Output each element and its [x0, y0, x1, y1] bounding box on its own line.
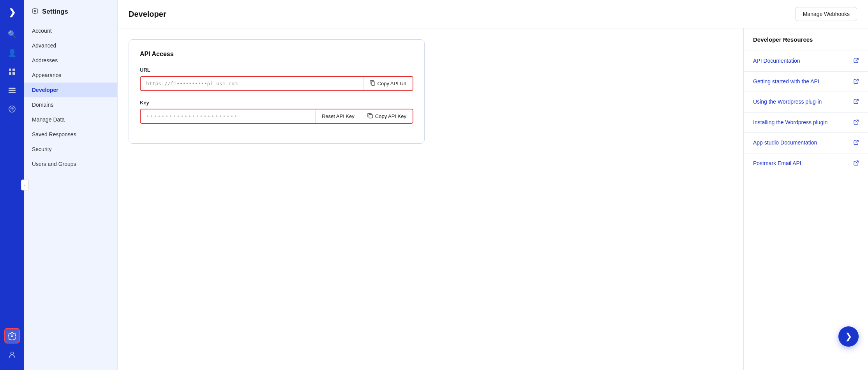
sidebar-item-developer[interactable]: Developer: [24, 83, 117, 97]
url-input[interactable]: [141, 77, 363, 90]
resource-item-app-studio[interactable]: App studio Documentation: [744, 133, 868, 153]
main-area: Developer Manage Webhooks API Access URL…: [118, 0, 868, 370]
sidebar-item-account[interactable]: Account: [24, 23, 117, 38]
svg-point-8: [11, 335, 13, 337]
sidebar-item-domains[interactable]: Domains: [24, 97, 117, 112]
external-link-icon-1: [854, 79, 859, 85]
page-title: Developer: [129, 10, 166, 19]
svg-rect-2: [9, 72, 11, 75]
resource-link-getting-started: Getting started with the API: [753, 78, 850, 86]
copy-key-icon: [367, 113, 373, 120]
api-access-card: API Access URL Copy API Url Key Reset AP…: [129, 39, 425, 144]
svg-point-9: [11, 352, 14, 355]
sidebar-item-addresses[interactable]: Addresses: [24, 53, 117, 68]
svg-point-10: [34, 10, 36, 12]
reset-api-key-button[interactable]: Reset API Key: [315, 110, 361, 123]
sidebar-header: Settings: [24, 8, 117, 23]
search-nav-icon[interactable]: 🔍: [4, 26, 20, 42]
url-label: URL: [140, 67, 413, 73]
main-header: Developer Manage Webhooks: [118, 0, 868, 28]
url-field-row: Copy API Url: [140, 76, 413, 91]
external-link-icon-3: [854, 120, 859, 126]
manage-webhooks-button[interactable]: Manage Webhooks: [796, 7, 857, 21]
nav-logo[interactable]: ❯: [4, 5, 20, 20]
key-field-row: Reset API Key Copy API Key: [140, 109, 413, 124]
svg-rect-6: [9, 92, 16, 93]
resource-link-app-studio: App studio Documentation: [753, 139, 850, 147]
external-link-icon-2: [854, 99, 859, 105]
api-access-title: API Access: [140, 51, 413, 58]
fab-icon: ❯: [845, 331, 852, 342]
resource-link-wordpress-plugin: Using the Wordpress plug-in: [753, 98, 850, 106]
nav-collapse-button[interactable]: ‹: [21, 180, 29, 190]
key-input[interactable]: [141, 109, 315, 123]
external-link-icon-5: [854, 160, 859, 167]
resource-item-wordpress-plugin[interactable]: Using the Wordpress plug-in: [744, 92, 868, 113]
resource-item-postmark[interactable]: Postmark Email API: [744, 153, 868, 174]
nav-bar: ❯ 🔍 👤 ‹: [0, 0, 24, 370]
sidebar-item-manage-data[interactable]: Manage Data: [24, 112, 117, 127]
svg-rect-12: [369, 115, 372, 118]
svg-rect-4: [9, 88, 16, 89]
settings-nav-icon[interactable]: [4, 328, 20, 344]
sidebar-item-advanced[interactable]: Advanced: [24, 38, 117, 53]
resource-link-installing-wp: Installing the Wordpress plugin: [753, 119, 850, 127]
sidebar-item-users-and-groups[interactable]: Users and Groups: [24, 157, 117, 171]
sidebar-item-appearance[interactable]: Appearance: [24, 68, 117, 83]
copy-url-icon: [370, 80, 375, 87]
external-link-icon-4: [854, 140, 859, 146]
resources-panel: Developer Resources API Documentation Ge…: [743, 28, 868, 370]
copy-api-key-button[interactable]: Copy API Key: [361, 109, 413, 123]
avatar-nav-icon[interactable]: [4, 347, 20, 362]
settings-sidebar: Settings Account Advanced Addresses Appe…: [24, 0, 118, 370]
sidebar-item-security[interactable]: Security: [24, 142, 117, 157]
settings-header-icon: [32, 8, 38, 16]
list-nav-icon[interactable]: [4, 83, 20, 98]
resource-item-installing-wp[interactable]: Installing the Wordpress plugin: [744, 113, 868, 133]
external-link-icon-0: [854, 58, 859, 64]
sidebar-item-saved-responses[interactable]: Saved Responses: [24, 127, 117, 142]
svg-rect-3: [12, 72, 15, 75]
resource-item-getting-started[interactable]: Getting started with the API: [744, 72, 868, 92]
resource-link-api-docs: API Documentation: [753, 57, 850, 65]
svg-rect-5: [9, 90, 16, 91]
table-nav-icon[interactable]: [4, 64, 20, 79]
main-body: API Access URL Copy API Url Key Reset AP…: [118, 28, 868, 370]
svg-rect-1: [12, 69, 15, 71]
resource-link-postmark: Postmark Email API: [753, 160, 850, 167]
main-content: API Access URL Copy API Url Key Reset AP…: [118, 28, 743, 370]
copy-url-button[interactable]: Copy API Url: [363, 77, 413, 90]
sidebar-title: Settings: [42, 8, 68, 16]
svg-rect-0: [9, 69, 11, 71]
resource-item-api-docs[interactable]: API Documentation: [744, 51, 868, 72]
fab-button[interactable]: ❯: [838, 326, 859, 347]
svg-rect-11: [371, 82, 375, 85]
upload-nav-icon[interactable]: [4, 101, 20, 117]
resources-title: Developer Resources: [744, 28, 868, 51]
contacts-nav-icon[interactable]: 👤: [4, 45, 20, 61]
key-label: Key: [140, 100, 413, 106]
